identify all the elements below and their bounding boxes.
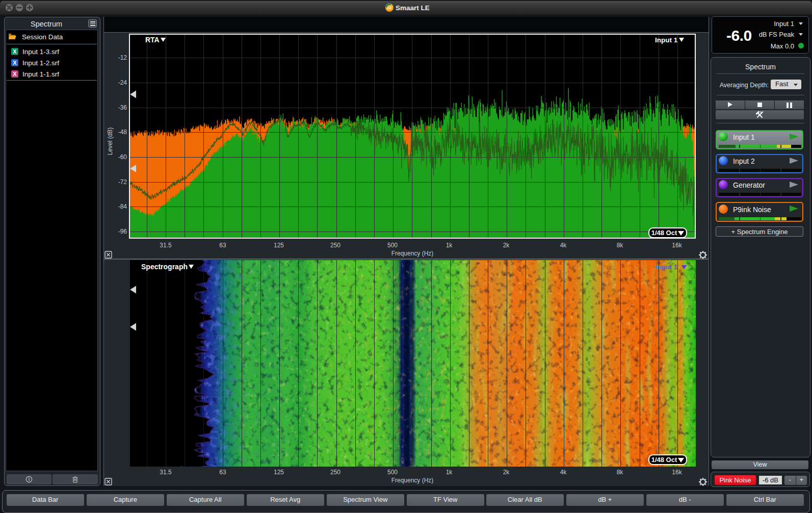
- svg-text:LE: LE: [387, 6, 392, 10]
